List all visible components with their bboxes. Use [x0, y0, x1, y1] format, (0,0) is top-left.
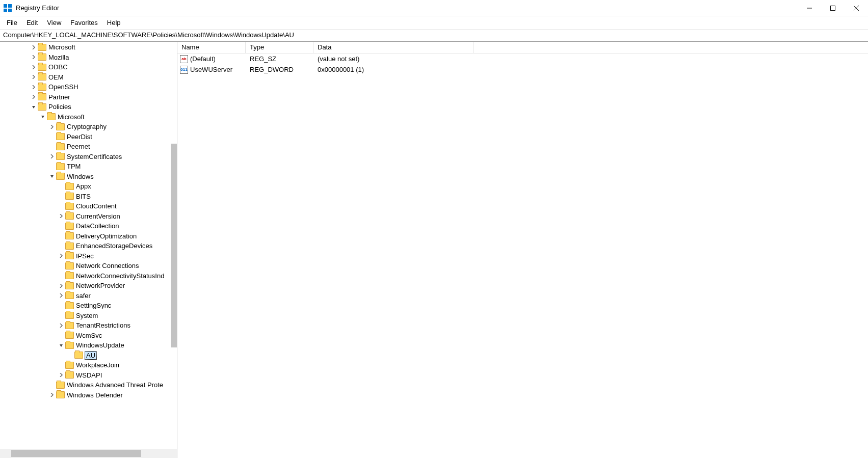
tree-item[interactable]: SettingSync	[0, 301, 177, 311]
column-name[interactable]: Name	[177, 42, 246, 53]
chevron-right-icon[interactable]	[30, 83, 38, 91]
value-row[interactable]: ab(Default)REG_SZ(value not set)	[177, 53, 868, 64]
tree-item[interactable]: CloudContent	[0, 201, 177, 211]
chevron-right-icon[interactable]	[48, 123, 56, 131]
chevron-right-icon[interactable]	[57, 252, 65, 260]
tree-item[interactable]: BITS	[0, 192, 177, 202]
tree-item-label: Policies	[48, 103, 71, 111]
tree-item[interactable]: OEM	[0, 72, 177, 83]
tree-item-label: WSDAPI	[76, 371, 102, 379]
tree-item-label: NetworkProvider	[76, 282, 125, 289]
minimize-button[interactable]	[798, 0, 821, 16]
value-row[interactable]: 011UseWUServerREG_DWORD0x00000001 (1)	[177, 64, 868, 75]
horizontal-scrollbar[interactable]	[0, 449, 177, 458]
chevron-down-icon[interactable]	[57, 341, 65, 349]
tree-item[interactable]: Microsoft	[0, 112, 177, 122]
tree-item[interactable]: TenantRestrictions	[0, 320, 177, 331]
menu-view[interactable]: View	[42, 17, 66, 28]
tree-item-label: TenantRestrictions	[76, 321, 130, 329]
chevron-down-icon[interactable]	[39, 113, 47, 121]
tree-item[interactable]: Appx	[0, 181, 177, 192]
tree-item-label: SettingSync	[76, 302, 111, 309]
tree-item[interactable]: PeerDist	[0, 132, 177, 142]
folder-icon	[65, 183, 74, 190]
chevron-right-icon[interactable]	[48, 391, 56, 399]
tree-pane: MicrosoftMozillaODBCOEMOpenSSHPartnerPol…	[0, 42, 177, 458]
chevron-right-icon[interactable]	[57, 282, 65, 290]
tree-item[interactable]: DataCollection	[0, 221, 177, 231]
menu-favorites[interactable]: Favorites	[66, 17, 102, 28]
title-bar: Registry Editor	[0, 0, 868, 16]
tree-item-label: OEM	[48, 73, 64, 81]
tree-item[interactable]: Mozilla	[0, 52, 177, 63]
column-data[interactable]: Data	[313, 42, 474, 53]
tree-item-label: ODBC	[48, 63, 68, 71]
tree-item[interactable]: ODBC	[0, 62, 177, 72]
tree-item[interactable]: NetworkProvider	[0, 281, 177, 291]
tree-item[interactable]: Cryptography	[0, 122, 177, 132]
tree-item[interactable]: Microsoft	[0, 42, 177, 52]
folder-icon	[65, 262, 74, 270]
tree-item-label: PeerDist	[67, 133, 92, 141]
chevron-right-icon[interactable]	[57, 212, 65, 220]
tree-item[interactable]: EnhancedStorageDevices	[0, 241, 177, 251]
folder-icon	[65, 302, 74, 309]
tree-item-label: NetworkConnectivityStatusInd	[76, 272, 164, 280]
tree-item-label: Network Connections	[76, 262, 139, 270]
tree-item[interactable]: Network Connections	[0, 261, 177, 271]
tree-item[interactable]: DeliveryOptimization	[0, 231, 177, 241]
tree-item[interactable]: Partner	[0, 92, 177, 102]
chevron-right-icon[interactable]	[57, 371, 65, 379]
chevron-down-icon[interactable]	[48, 172, 56, 180]
tree-expand-placeholder	[57, 192, 65, 200]
value-type: REG_DWORD	[246, 65, 313, 74]
folder-icon	[65, 252, 74, 259]
chevron-right-icon[interactable]	[57, 321, 65, 330]
chevron-right-icon[interactable]	[57, 291, 65, 300]
tree-item-label: Cryptography	[67, 123, 107, 130]
menu-help[interactable]: Help	[102, 17, 125, 28]
tree-item-label: Mozilla	[48, 53, 69, 61]
address-bar[interactable]: Computer\HKEY_LOCAL_MACHINE\SOFTWARE\Pol…	[0, 30, 868, 42]
tree-item[interactable]: safer	[0, 291, 177, 301]
value-data: (value not set)	[313, 55, 474, 63]
chevron-right-icon[interactable]	[30, 93, 38, 101]
tree-item[interactable]: Peernet	[0, 142, 177, 152]
folder-icon	[65, 342, 74, 349]
tree-item[interactable]: SystemCertificates	[0, 152, 177, 162]
chevron-right-icon[interactable]	[30, 43, 38, 51]
maximize-button[interactable]	[821, 0, 845, 16]
string-value-icon: ab	[180, 55, 188, 63]
tree-item[interactable]: CurrentVersion	[0, 211, 177, 222]
close-button[interactable]	[845, 0, 868, 16]
tree-item[interactable]: WindowsUpdate	[0, 340, 177, 351]
tree-item[interactable]: System	[0, 311, 177, 321]
vertical-scrollbar[interactable]	[171, 144, 177, 347]
chevron-right-icon[interactable]	[48, 152, 56, 160]
chevron-right-icon[interactable]	[30, 63, 38, 71]
tree-expand-placeholder	[57, 242, 65, 250]
menu-edit[interactable]: Edit	[22, 17, 42, 28]
tree-item[interactable]: OpenSSH	[0, 82, 177, 92]
tree-item[interactable]: TPM	[0, 161, 177, 172]
tree-item[interactable]: WorkplaceJoin	[0, 360, 177, 370]
tree-item[interactable]: WcmSvc	[0, 331, 177, 341]
tree-item[interactable]: NetworkConnectivityStatusInd	[0, 271, 177, 281]
chevron-right-icon[interactable]	[30, 73, 38, 81]
tree-item-label: EnhancedStorageDevices	[76, 242, 152, 250]
chevron-down-icon[interactable]	[30, 103, 38, 111]
tree-item[interactable]: Windows	[0, 172, 177, 182]
tree-item-label: WorkplaceJoin	[76, 361, 119, 369]
column-type[interactable]: Type	[246, 42, 313, 53]
tree-item[interactable]: Policies	[0, 102, 177, 112]
tree-item[interactable]: Windows Defender	[0, 390, 177, 400]
tree-item-label: Peernet	[67, 143, 90, 150]
tree-item[interactable]: WSDAPI	[0, 370, 177, 381]
chevron-right-icon[interactable]	[30, 53, 38, 61]
folder-icon	[65, 322, 74, 329]
menu-file[interactable]: File	[2, 17, 22, 28]
tree-item[interactable]: IPSec	[0, 251, 177, 261]
tree-item[interactable]: AU	[0, 351, 177, 361]
folder-icon	[65, 272, 74, 279]
tree-item[interactable]: Windows Advanced Threat Prote	[0, 380, 177, 390]
